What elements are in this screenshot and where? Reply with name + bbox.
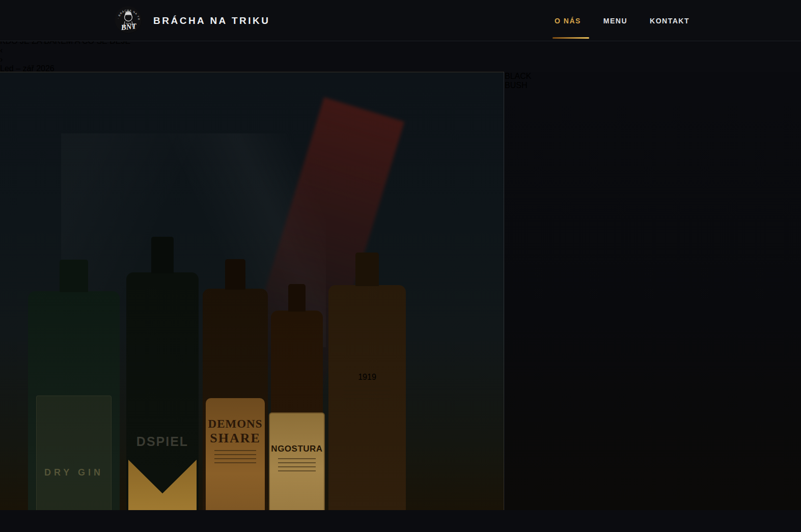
active-nav-underline (553, 37, 589, 39)
next-period-button[interactable]: › (0, 55, 801, 64)
demons-label-line2: SHARE (206, 431, 265, 446)
bottle-angostura: NGOSTURA (271, 311, 323, 510)
year-1919-label: 1919 (334, 373, 401, 382)
bottle-demons-share: DEMONS SHARE (203, 289, 268, 510)
calendar-toolbar: ‹ › Led – zář 2026 (0, 46, 801, 73)
nav-item-kontakt[interactable]: KONTAKT (650, 17, 689, 25)
nav-item-o-nas[interactable]: O NÁS (555, 17, 581, 25)
prev-period-button[interactable]: ‹ (0, 46, 801, 55)
logo-monogram: BNT (120, 22, 137, 32)
bottle-black-bush: BLACK BUSH (505, 72, 531, 90)
right-background-zone: BLACK BUSH (505, 72, 801, 510)
home-link[interactable]: · BRÁCHA NA TRIKU · BNT BRÁCHA NA TRIKU (115, 6, 270, 34)
hero-background-photo: DRY GIN DSPIEL PREMIUM DYE. DEMONS SHARE… (0, 72, 504, 510)
site-header: · BRÁCHA NA TRIKU · BNT BRÁCHA NA TRIKU … (0, 0, 801, 41)
main-nav: O NÁS MENU KONTAKT (555, 0, 689, 41)
black-bush-label: BLACK BUSH (505, 72, 531, 90)
demons-label-line1: DEMONS (206, 417, 265, 431)
nav-item-menu[interactable]: MENU (603, 17, 627, 25)
bottle-waldspiel: DSPIEL PREMIUM DYE. (126, 272, 199, 510)
waldspiel-label: DSPIEL (126, 434, 199, 449)
brand-name: BRÁCHA NA TRIKU (153, 13, 270, 26)
bottle-1919: 1919 (328, 285, 406, 510)
brand-logo-icon: · BRÁCHA NA TRIKU · BNT (115, 6, 142, 34)
angostura-label: NGOSTURA (270, 444, 324, 454)
gin-label: DRY GIN (37, 467, 111, 478)
bottle-gin: DRY GIN (28, 291, 120, 510)
page: DRY GIN DSPIEL PREMIUM DYE. DEMONS SHARE… (0, 0, 801, 532)
